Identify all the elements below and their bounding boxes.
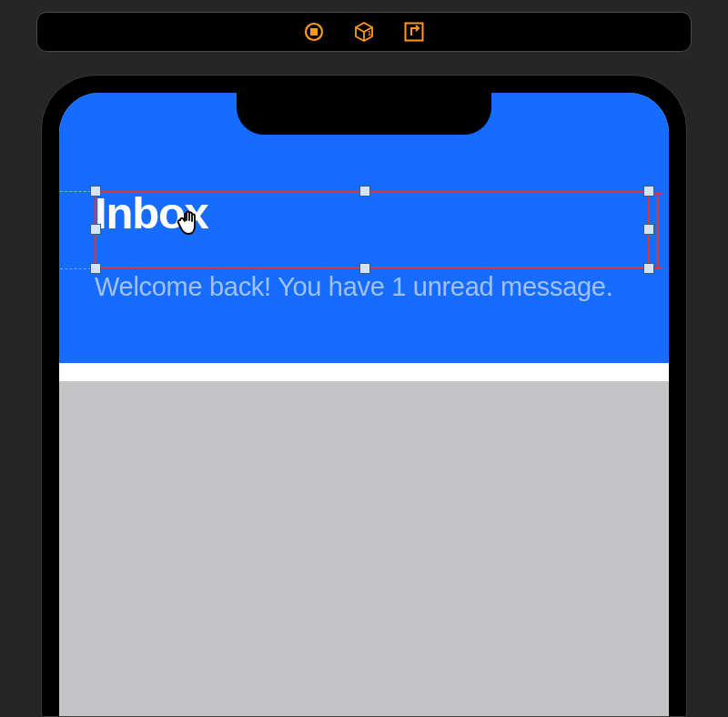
- device-screen: Inbox Welcome back! You have 1 unread me…: [59, 93, 669, 716]
- resize-handle-mid-left[interactable]: [90, 224, 101, 235]
- page-subtitle: Welcome back! You have 1 unread message.: [95, 270, 633, 303]
- page-title[interactable]: Inbox: [95, 191, 633, 236]
- resize-handle-top-left[interactable]: [90, 186, 101, 197]
- resize-handle-bottom-right[interactable]: [643, 263, 654, 274]
- resize-handle-top-right[interactable]: [643, 186, 654, 197]
- svg-rect-1: [310, 28, 318, 35]
- export-button[interactable]: [403, 21, 426, 44]
- resize-handle-bottom-mid[interactable]: [359, 263, 370, 274]
- package-button[interactable]: 1: [353, 21, 376, 44]
- package-icon: 1: [353, 21, 375, 43]
- toolbar: 1: [36, 12, 692, 52]
- stop-icon: [304, 22, 324, 42]
- stop-button[interactable]: [303, 21, 326, 44]
- device-notch: [237, 93, 491, 135]
- resize-handle-top-mid[interactable]: [359, 186, 370, 197]
- content-area: [59, 381, 669, 716]
- device-frame: Inbox Welcome back! You have 1 unread me…: [41, 75, 687, 717]
- svg-rect-3: [406, 24, 423, 41]
- resize-handle-mid-right[interactable]: [643, 224, 654, 235]
- resize-handle-bottom-left[interactable]: [90, 263, 101, 274]
- divider: [59, 363, 669, 381]
- export-icon: [403, 21, 425, 43]
- measurement-guide: [657, 193, 659, 269]
- svg-text:1: 1: [368, 30, 371, 36]
